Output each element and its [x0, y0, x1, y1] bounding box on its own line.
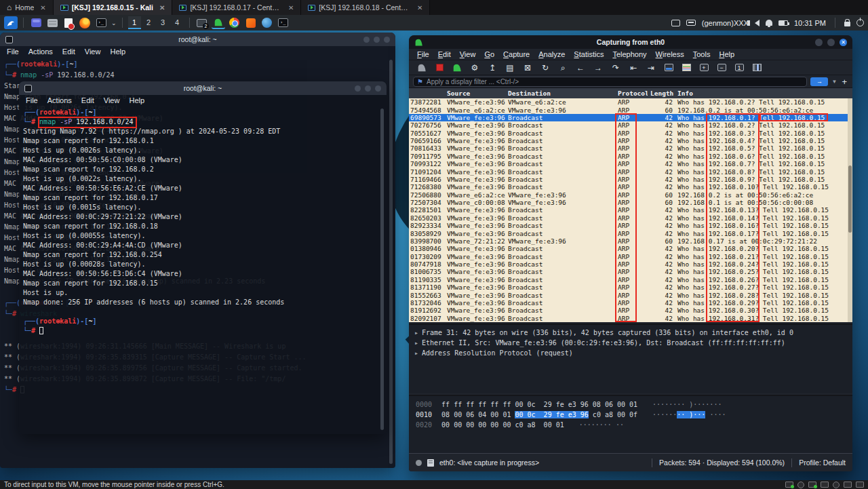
packet-row[interactable]: 71091204VMware_fe:e3:96BroadcastARP42Who… [409, 168, 852, 175]
message-log-icon[interactable] [856, 482, 864, 488]
column-header-protocol[interactable]: Protocol [615, 90, 648, 97]
terminal-title-bar[interactable]: root@kali: ~ [0, 33, 395, 46]
packet-row[interactable]: 82923334VMware_fe:e3:96BroadcastARP42Who… [409, 222, 852, 229]
packet-row[interactable]: 75494568VMware_e6:a2:ceVMware_fe:e3:96AR… [409, 106, 852, 113]
column-header-length[interactable]: Length [648, 90, 675, 97]
tab-close-icon[interactable]: ✕ [288, 4, 294, 12]
menu-item-file[interactable]: File [417, 50, 429, 58]
menu-item-file[interactable]: File [7, 47, 19, 56]
hard-disk-icon[interactable] [785, 482, 793, 488]
launcher-dropdown-chevron-icon[interactable]: ⌄ [111, 20, 117, 26]
tab-close-icon[interactable]: ✕ [417, 4, 422, 12]
menu-item-help[interactable]: Help [719, 50, 734, 58]
packet-row[interactable]: 81912692VMware_fe:e3:96BroadcastARP42Who… [409, 307, 852, 314]
terminal-launcher[interactable]: ›_ [94, 16, 108, 29]
find-packet-icon[interactable]: ⌕ [555, 62, 570, 74]
genmon-plugin-label[interactable]: (genmon)XXX [702, 19, 749, 27]
window-buttons[interactable] [363, 37, 390, 43]
menu-item-telephony[interactable]: Telephony [612, 50, 646, 58]
firefox-launcher[interactable] [78, 16, 92, 29]
packet-detail-row[interactable]: ▸Address Resolution Protocol (request) [414, 348, 852, 358]
terminal-scrollbar[interactable] [380, 109, 384, 430]
packet-row[interactable]: 01730209VMware_fe:e3:96BroadcastARP42Who… [409, 253, 852, 260]
packet-row[interactable]: 81552663VMware_fe:e3:96BroadcastARP42Who… [409, 291, 852, 298]
start-capture-icon[interactable] [414, 62, 429, 74]
menu-item-edit[interactable]: Edit [438, 50, 451, 58]
packet-row[interactable]: 70993122VMware_fe:e3:96BroadcastARP42Who… [409, 160, 852, 168]
menu-item-capture[interactable]: Capture [503, 50, 530, 58]
minimize-button[interactable] [815, 39, 823, 46]
menu-item-edit[interactable]: Edit [81, 96, 94, 104]
workspace-4[interactable]: 4 [171, 16, 184, 29]
wireshark-window[interactable]: Capturing from eth0 ✕ FileEditViewGoCapt… [409, 35, 852, 471]
packet-row[interactable]: 82281501VMware_fe:e3:96BroadcastARP42Who… [409, 206, 852, 214]
text-editor-launcher[interactable] [62, 16, 75, 29]
kali-menu-button[interactable] [4, 16, 18, 29]
packet-row[interactable]: 72506880VMware_e6:a2:ceVMware_fe:e3:96AR… [409, 191, 852, 199]
zoom-100-icon[interactable]: 1 [732, 62, 747, 74]
screenshot-task-button[interactable]: 2 [195, 16, 209, 29]
menu-item-actions[interactable]: Actions [47, 96, 72, 104]
apply-filter-button[interactable]: → [810, 77, 828, 86]
filter-bookmark-icon[interactable]: ⚑ [417, 78, 423, 85]
tab-close-icon[interactable]: ✕ [40, 4, 45, 12]
zoom-out-icon[interactable]: − [714, 62, 729, 74]
packet-row[interactable]: 70551627VMware_fe:e3:96BroadcastARP42Who… [409, 130, 852, 137]
packet-row[interactable]: 70911795VMware_fe:e3:96BroadcastARP42Who… [409, 153, 852, 160]
network-adapter-icon[interactable] [808, 482, 816, 488]
menu-item-view[interactable]: View [104, 96, 120, 104]
packet-row[interactable]: 81732046VMware_fe:e3:96BroadcastARP42Who… [409, 299, 852, 307]
terminal-title-bar[interactable]: root@kali: ~ [19, 81, 387, 95]
show-desktop-button[interactable] [29, 16, 43, 29]
filter-dropdown-caret-icon[interactable]: ▼ [831, 79, 837, 85]
packet-detail-row[interactable]: ▸Frame 31: 42 bytes on wire (336 bits), … [414, 328, 852, 338]
packet-row[interactable]: 70659166VMware_fe:e3:96BroadcastARP42Who… [409, 137, 852, 144]
menu-item-statistics[interactable]: Statistics [574, 50, 604, 58]
profile-label[interactable]: Profile: Default [799, 458, 846, 467]
zoom-in-icon[interactable]: + [696, 62, 711, 74]
lock-screen-icon[interactable] [844, 22, 850, 26]
menu-item-edit[interactable]: Edit [62, 47, 75, 56]
menu-item-view[interactable]: View [85, 47, 101, 56]
display-settings-icon[interactable] [671, 20, 680, 26]
display-filter-field[interactable]: ⚑ [413, 77, 807, 87]
packet-row[interactable]: 71169466VMware_fe:e3:96BroadcastARP42Who… [409, 176, 852, 183]
vmware-tab[interactable]: [KSJ] 192.168.0.17 - CentOS ...✕ [172, 0, 301, 15]
expert-info-icon[interactable] [416, 460, 422, 466]
menu-item-analyze[interactable]: Analyze [538, 50, 565, 58]
window-buttons[interactable] [355, 85, 381, 92]
workspace-2[interactable]: 2 [142, 16, 155, 29]
volume-icon[interactable] [755, 20, 760, 26]
menu-item-go[interactable]: Go [484, 50, 494, 58]
sound-card-icon[interactable] [844, 482, 852, 488]
maximize-button[interactable] [827, 39, 835, 46]
capture-options-icon[interactable]: ⚙ [467, 62, 482, 74]
restart-capture-icon[interactable] [450, 62, 465, 74]
wireshark-task-button[interactable] [212, 16, 225, 29]
packet-detail-row[interactable]: ▸Ethernet II, Src: VMware_fe:e3:96 (00:0… [414, 338, 852, 348]
packet-row[interactable]: 70276756VMware_fe:e3:96BroadcastARP42Who… [409, 121, 852, 129]
add-filter-button[interactable]: + [842, 77, 847, 87]
menu-item-help[interactable]: Help [129, 96, 144, 104]
auto-scroll-icon[interactable] [661, 62, 676, 74]
vmware-tab[interactable]: [KSJ] 192.168.0.18 - CentOS7.6✕ [301, 0, 430, 15]
column-header-destination[interactable]: Destination [505, 90, 615, 97]
column-header-info[interactable]: Info [675, 90, 852, 97]
packet-row[interactable]: 80747918VMware_fe:e3:96BroadcastARP42Who… [409, 260, 852, 268]
chrome-task-button[interactable] [228, 16, 241, 29]
go-forward-icon[interactable]: → [591, 62, 606, 74]
capture-comment-icon[interactable] [427, 459, 434, 467]
packet-row[interactable]: 01380946VMware_fe:e3:96BroadcastARP42Who… [409, 245, 852, 252]
packet-list-header[interactable]: SourceDestinationProtocolLengthInfo [409, 88, 852, 98]
logout-icon[interactable] [856, 19, 864, 26]
cd-rom-icon[interactable] [797, 482, 804, 488]
menu-item-tools[interactable]: Tools [693, 50, 711, 58]
keyboard-layout-icon[interactable] [686, 20, 696, 26]
save-capture-icon[interactable]: ▤ [502, 62, 517, 74]
vmware-tab[interactable]: ⌂Home✕ [0, 0, 54, 15]
terminal-task-button[interactable]: ›_ [277, 16, 290, 29]
terminal-scrollbar[interactable] [389, 60, 393, 464]
vmware-tab[interactable]: [KSJ] 192.168.0.15 - Kali✕ [54, 0, 173, 15]
packet-row[interactable]: 83058929VMware_fe:e3:96BroadcastARP42Who… [409, 229, 852, 237]
packet-row[interactable]: 72507304VMware_c0:00:08VMware_fe:e3:96AR… [409, 199, 852, 206]
